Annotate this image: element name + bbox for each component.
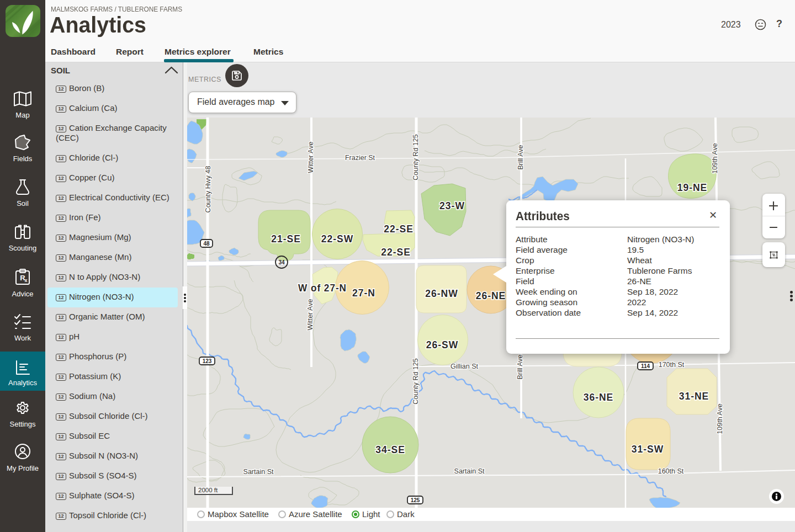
svg-text:26-NW: 26-NW xyxy=(425,288,458,299)
svg-text:23-W: 23-W xyxy=(439,200,465,211)
svg-text:County Rd 125: County Rd 125 xyxy=(412,134,420,180)
svg-text:x: x xyxy=(24,278,27,283)
svg-text:Brill Ave: Brill Ave xyxy=(516,354,524,379)
svg-text:Frazier St: Frazier St xyxy=(345,154,375,162)
svg-text:22-SW: 22-SW xyxy=(321,233,353,244)
svg-text:County Hwy 48: County Hwy 48 xyxy=(204,166,212,213)
svg-text:34: 34 xyxy=(278,259,285,265)
svg-text:Witter Ave: Witter Ave xyxy=(307,142,315,173)
svg-text:48: 48 xyxy=(203,241,210,247)
svg-text:114: 114 xyxy=(641,363,650,369)
svg-text:31-NE: 31-NE xyxy=(679,391,709,402)
svg-text:W of 27-N: W of 27-N xyxy=(298,283,347,294)
svg-text:Gillian St: Gillian St xyxy=(451,363,479,370)
svg-text:Brill Ave: Brill Ave xyxy=(517,145,524,169)
svg-text:123: 123 xyxy=(203,358,212,364)
svg-text:21-SE: 21-SE xyxy=(271,233,301,244)
svg-text:Sartain St: Sartain St xyxy=(243,468,274,476)
svg-text:125: 125 xyxy=(411,497,420,503)
svg-text:160th St: 160th St xyxy=(658,467,684,475)
svg-text:31-SW: 31-SW xyxy=(632,444,664,455)
svg-text:County Rd 125: County Rd 125 xyxy=(412,358,420,404)
svg-text:109th Ave: 109th Ave xyxy=(716,403,724,434)
svg-text:Sartain St: Sartain St xyxy=(454,467,485,475)
svg-text:36-NE: 36-NE xyxy=(584,392,614,403)
svg-text:109th Ave: 109th Ave xyxy=(711,143,719,173)
svg-text:26-NE: 26-NE xyxy=(476,290,506,301)
svg-text:27-N: 27-N xyxy=(352,288,375,299)
svg-text:34-SE: 34-SE xyxy=(375,444,405,455)
svg-text:26-SW: 26-SW xyxy=(426,339,458,350)
svg-text:22-SE: 22-SE xyxy=(384,224,414,235)
svg-text:Witter Ave: Witter Ave xyxy=(306,299,314,331)
svg-text:19-NE: 19-NE xyxy=(677,182,708,193)
svg-text:22-SE: 22-SE xyxy=(381,247,411,258)
svg-text:170th St: 170th St xyxy=(659,361,685,369)
